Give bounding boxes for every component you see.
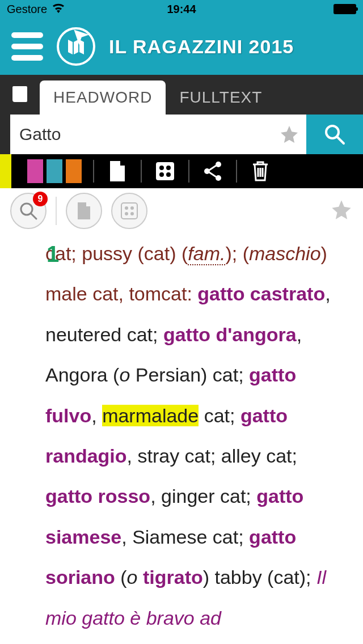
svg-line-10	[209, 166, 216, 170]
wifi-icon	[52, 3, 65, 16]
book-icon[interactable]	[0, 75, 40, 115]
search-row	[0, 115, 363, 154]
trash-icon[interactable]	[248, 159, 272, 183]
svg-rect-2	[156, 162, 174, 180]
svg-point-18	[130, 212, 134, 215]
search-history-button[interactable]: 9	[10, 193, 47, 229]
color-swatches[interactable]	[27, 159, 82, 183]
term-gatto-dangora: gatto d'angora	[163, 324, 297, 345]
svg-point-9	[216, 175, 221, 181]
term-gatto-castrato: gatto castrato	[197, 283, 325, 304]
svg-point-17	[125, 212, 128, 215]
svg-point-16	[130, 206, 134, 210]
search-input[interactable]	[10, 115, 272, 154]
svg-point-7	[216, 162, 221, 167]
svg-point-8	[204, 168, 210, 174]
def-text: cat; pussy (cat) (	[45, 243, 188, 264]
grid-button[interactable]	[111, 193, 147, 229]
share-icon[interactable]	[201, 159, 225, 183]
entry-content: 1 cat; pussy (cat) (fam.); (maschio) mal…	[0, 234, 363, 638]
tabs: HEADWORD FULLTEXT	[0, 75, 363, 115]
battery-icon	[334, 4, 356, 14]
search-button[interactable]	[306, 115, 363, 154]
favorite-in-search-icon[interactable]	[272, 115, 306, 154]
app-header: IL RAGAZZINI 2015	[0, 18, 363, 75]
fam-label: fam.	[188, 243, 225, 265]
sub-toolbar: 9	[0, 188, 363, 234]
sense-number: 1	[47, 230, 59, 278]
carrier-label: Gestore	[7, 3, 47, 16]
swatch-orange[interactable]	[66, 159, 82, 183]
svg-point-5	[159, 172, 164, 177]
highlighted-marmalade: marmalade	[102, 405, 199, 426]
term-gatto-rosso: gatto rosso	[45, 485, 150, 507]
svg-point-4	[166, 166, 171, 170]
document-button[interactable]	[66, 193, 102, 229]
svg-rect-14	[121, 203, 137, 219]
maschio-label: maschio	[249, 243, 321, 264]
svg-point-15	[125, 206, 128, 210]
yellow-marker	[0, 154, 11, 188]
svg-line-13	[31, 214, 36, 219]
grid-icon[interactable]	[153, 159, 177, 183]
app-title: IL RAGAZZINI 2015	[109, 36, 294, 58]
badge: 9	[33, 192, 48, 206]
tab-headword[interactable]: HEADWORD	[40, 80, 166, 115]
svg-point-3	[159, 166, 164, 170]
logo-icon[interactable]	[57, 27, 95, 66]
toolbar	[0, 154, 363, 188]
favorite-icon[interactable]	[330, 198, 353, 223]
document-icon[interactable]	[105, 159, 129, 183]
svg-line-11	[209, 172, 216, 177]
clock: 19:44	[167, 3, 196, 16]
svg-point-6	[166, 172, 171, 177]
menu-button[interactable]	[11, 32, 43, 61]
status-bar: Gestore 19:44	[0, 0, 363, 18]
tab-fulltext[interactable]: FULLTEXT	[166, 80, 276, 115]
swatch-pink[interactable]	[27, 159, 43, 183]
swatch-teal[interactable]	[47, 159, 62, 183]
svg-line-1	[337, 137, 344, 143]
